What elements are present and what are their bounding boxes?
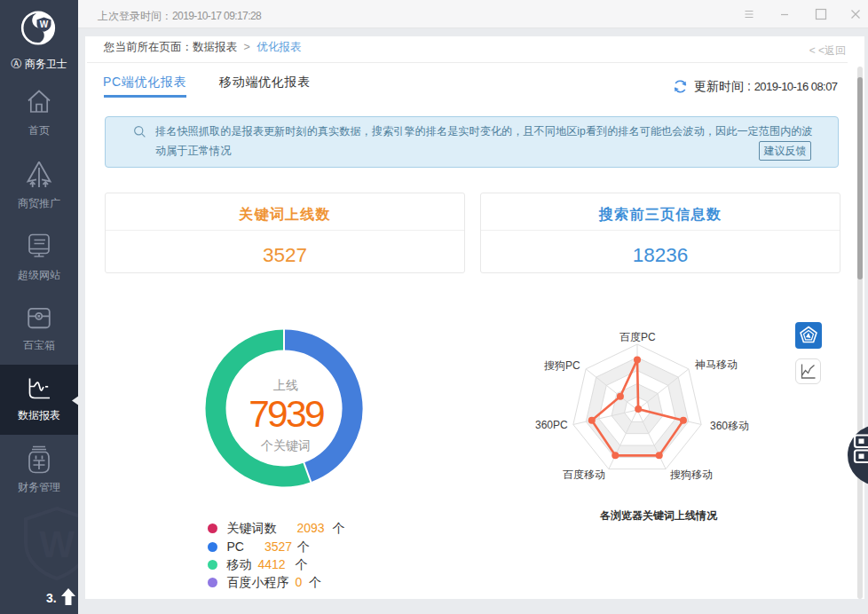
svg-text:W: W xyxy=(40,20,49,29)
svg-text:W: W xyxy=(39,523,75,565)
